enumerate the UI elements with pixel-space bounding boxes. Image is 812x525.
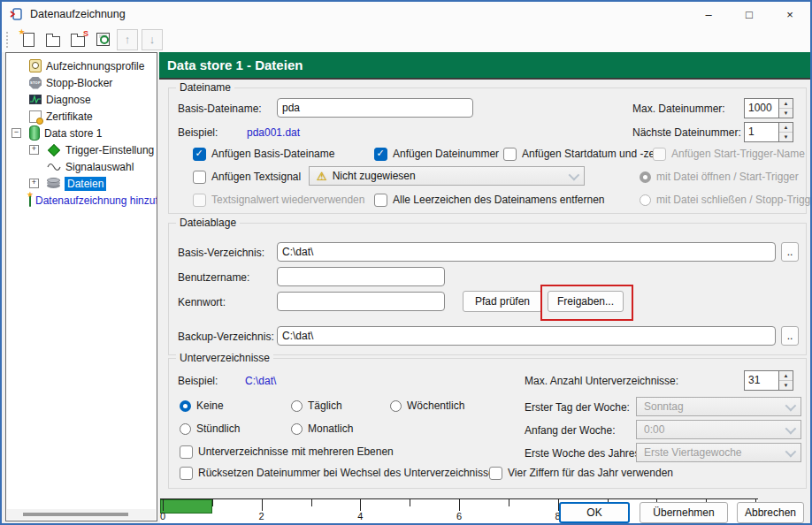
- tree-item-aufzeichnungsprofile[interactable]: Aufzeichnungsprofile: [6, 57, 157, 74]
- checkbox-textsignalwert: Textsignalwert wiederverwenden: [193, 193, 364, 207]
- basis-verzeichnis-label: Basis-Verzeichnis:: [178, 247, 264, 259]
- radio-selected-icon: [640, 171, 651, 183]
- tree-item-stopp-blocker[interactable]: STOP Stopp-Blocker: [6, 74, 157, 91]
- abbrechen-button[interactable]: Abbrechen: [737, 502, 804, 523]
- spin-up-icon[interactable]: ▲: [779, 371, 793, 381]
- checkbox-ruecksetzen-dateinummer[interactable]: Rücksetzen Dateinummer bei Wechsel des U…: [180, 466, 500, 480]
- anfang-woche-label: Anfang der Woche:: [525, 424, 616, 437]
- group-title: Dateiablage: [176, 217, 240, 229]
- erste-woche-label: Erste Woche des Jahres:: [525, 447, 643, 460]
- tree-item-trigger-einstellung[interactable]: + Trigger-Einstellung: [6, 141, 157, 158]
- radio-mit-datei-oeffnen: mit Datei öffnen / Start-Trigger: [640, 170, 799, 184]
- add-datastore-icon: ★: [29, 194, 31, 207]
- checkbox-vier-ziffern[interactable]: Vier Ziffern für das Jahr verwenden: [489, 466, 673, 480]
- max-anzahl-spinner[interactable]: 31 ▲▼: [744, 370, 793, 391]
- ok-button[interactable]: OK: [559, 502, 630, 523]
- diagnose-icon: [29, 95, 42, 104]
- title-bar[interactable]: Datenaufzeichnung – □ ×: [2, 2, 810, 27]
- beispiel-value: pda001.dat: [247, 126, 300, 139]
- group-title: Unterverzeichnisse: [176, 352, 273, 364]
- chevron-down-icon: [785, 399, 797, 411]
- toolbar: S ↑ ↓: [2, 27, 810, 52]
- profiles-icon: [29, 59, 42, 72]
- expand-expander[interactable]: +: [29, 179, 39, 188]
- radio-woechentlich[interactable]: Wöchentlich: [390, 399, 464, 413]
- checkbox-anfuegen-startdatum[interactable]: Anfügen Startdatum und -zeit: [503, 147, 660, 161]
- open-button[interactable]: [42, 29, 64, 50]
- basis-browse-button[interactable]: ..: [781, 242, 799, 262]
- tree-horizontal-scrollbar[interactable]: [7, 509, 156, 520]
- basis-dateiname-input[interactable]: [277, 98, 473, 118]
- minimize-button[interactable]: –: [688, 2, 729, 27]
- backup-browse-button[interactable]: ..: [781, 326, 799, 346]
- uebernehmen-button[interactable]: Übernehmen: [640, 502, 728, 523]
- trigger-icon: [48, 143, 60, 156]
- benutzername-input[interactable]: [277, 267, 445, 286]
- new-profile-button[interactable]: [18, 29, 39, 50]
- tree-item-zertifikate[interactable]: Zertifikate: [6, 108, 157, 125]
- checkbox-icon: [503, 148, 517, 161]
- anfang-woche-combo: 0:00: [636, 420, 801, 439]
- navigation-tree: Aufzeichnungsprofile STOP Stopp-Blocker …: [5, 52, 157, 521]
- spin-down-icon[interactable]: ▼: [779, 381, 793, 390]
- radio-icon: [180, 423, 191, 435]
- checkbox-mehrere-ebenen[interactable]: Unterverzeichnisse mit mehreren Ebenen: [180, 445, 394, 459]
- erster-tag-combo: Sonntag: [636, 397, 801, 416]
- collapse-expander[interactable]: −: [11, 128, 21, 138]
- close-button[interactable]: ×: [770, 2, 810, 27]
- checkbox-icon: [180, 467, 193, 480]
- spin-up-icon[interactable]: ▲: [779, 99, 793, 109]
- checkbox-anfuegen-basis-dateiname[interactable]: Anfügen Basis-Dateiname: [193, 147, 334, 161]
- radio-icon: [390, 400, 402, 412]
- scrollbar-thumb[interactable]: [23, 513, 128, 516]
- radio-keine[interactable]: Keine: [180, 399, 224, 413]
- checkbox-disabled-icon: [193, 194, 206, 207]
- tree-item-datenaufzeichnung-hinzufuegen[interactable]: ★ Datenaufzeichnung hinzufüg: [6, 192, 157, 209]
- kennwort-label: Kennwort:: [178, 296, 226, 308]
- expand-expander[interactable]: +: [29, 145, 39, 155]
- checkbox-leerzeichen-entfernen[interactable]: Alle Leerzeichen des Dateinamens entfern…: [374, 193, 604, 207]
- beispiel-label: Beispiel:: [178, 375, 218, 387]
- move-down-button[interactable]: ↓: [142, 29, 163, 50]
- spin-down-icon[interactable]: ▼: [779, 109, 793, 118]
- tree-item-data-store-1[interactable]: − Data store 1: [6, 125, 157, 141]
- group-unterverzeichnisse: Unterverzeichnisse Beispiel: C:\dat\ Max…: [168, 358, 807, 489]
- radio-taeglich[interactable]: Täglich: [291, 399, 342, 413]
- checkbox-anfuegen-start-trigger-name: Anfügen Start-Trigger-Name: [653, 147, 805, 161]
- max-dateinummer-label: Max. Dateinummer:: [632, 103, 725, 115]
- spin-down-icon[interactable]: ▼: [779, 133, 793, 141]
- toolbar-grip[interactable]: [6, 32, 11, 48]
- erster-tag-label: Erster Tag der Woche:: [525, 401, 630, 414]
- radio-selected-icon: [180, 400, 191, 412]
- tree-item-signalauswahl[interactable]: Signalauswahl: [6, 158, 157, 175]
- radio-monatlich[interactable]: Monatlich: [291, 422, 353, 436]
- chevron-down-icon: [569, 169, 580, 180]
- naechste-dateinummer-spinner[interactable]: 1 ▲▼: [744, 122, 793, 142]
- backup-verzeichnis-input[interactable]: [277, 326, 776, 346]
- tree-item-diagnose[interactable]: Diagnose: [6, 91, 157, 108]
- open-folder-icon: [46, 36, 60, 47]
- spin-up-icon[interactable]: ▲: [779, 123, 793, 133]
- pfad-pruefen-button[interactable]: Pfad prüfen: [463, 291, 542, 312]
- kennwort-input[interactable]: [277, 292, 445, 311]
- checkbox-anfuegen-dateinummer[interactable]: Anfügen Dateinummer: [374, 147, 499, 161]
- radio-stuendlich[interactable]: Stündlich: [180, 422, 240, 436]
- files-icon: [47, 178, 60, 189]
- stop-icon: STOP: [29, 77, 42, 89]
- save-button[interactable]: [92, 29, 113, 50]
- move-up-button[interactable]: ↑: [117, 29, 138, 50]
- basis-verzeichnis-input[interactable]: [277, 242, 776, 262]
- checkbox-icon: [374, 194, 387, 207]
- checkbox-checked-icon: [193, 148, 206, 161]
- backup-verzeichnis-label: Backup-Verzeichnis:: [178, 331, 274, 343]
- open-recent-button[interactable]: S: [67, 29, 88, 50]
- new-profile-icon: [23, 33, 34, 47]
- beispiel-value: C:\dat\: [245, 375, 276, 387]
- basis-dateiname-label: Basis-Dateiname:: [178, 103, 262, 115]
- maximize-button[interactable]: □: [729, 2, 770, 27]
- tree-item-dateien[interactable]: + Dateien: [6, 175, 157, 192]
- save-icon: [96, 33, 110, 46]
- checkbox-anfuegen-textsignal[interactable]: Anfügen Textsignal: [193, 170, 301, 184]
- max-dateinummer-spinner[interactable]: 1000 ▲▼: [744, 98, 793, 118]
- freigaben-highlight-box: [540, 285, 633, 321]
